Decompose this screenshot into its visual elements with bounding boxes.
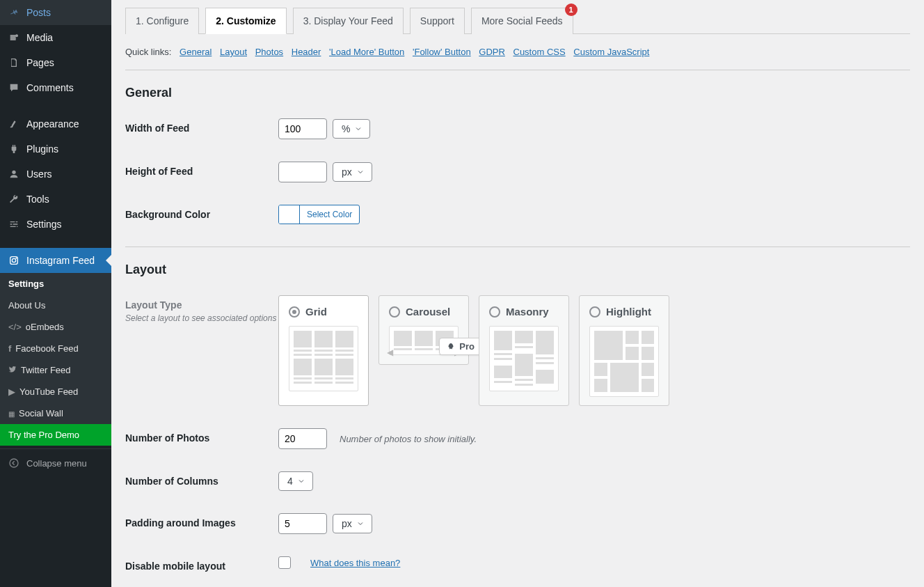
tab-support[interactable]: Support (410, 8, 465, 34)
label-num-columns: Number of Columns (125, 471, 278, 487)
code-icon: </> (8, 322, 22, 332)
sidebar-item-instagram-feed[interactable]: Instagram Feed (0, 248, 111, 273)
select-height-unit[interactable]: px (333, 162, 372, 182)
quicklink-custom-js[interactable]: Custom JavaScript (573, 47, 649, 57)
radio-highlight[interactable] (589, 306, 600, 318)
main-content: 1. Configure 2. Customize 3. Display You… (111, 0, 924, 587)
quicklink-follow[interactable]: 'Follow' Button (413, 47, 471, 57)
layout-option-grid[interactable]: Grid (278, 295, 369, 406)
tab-customize[interactable]: 2. Customize (205, 8, 286, 34)
input-height[interactable] (278, 162, 327, 182)
camera-icon (7, 253, 21, 267)
sidebar-item-label: Comments (26, 82, 74, 93)
link-what-does-this-mean[interactable]: What does this mean? (310, 558, 400, 568)
section-divider (125, 246, 910, 247)
label-height: Height of Feed (125, 162, 278, 177)
chevron-left-icon: ◀ (387, 347, 393, 357)
sidebar-item-label: Settings (26, 219, 62, 230)
preview-grid (289, 326, 358, 391)
chevron-down-icon (356, 519, 365, 528)
collapse-menu[interactable]: Collapse menu (0, 448, 111, 477)
radio-masonry[interactable] (489, 306, 500, 318)
submenu-item-settings[interactable]: Settings (0, 273, 111, 295)
sidebar-item-appearance[interactable]: Appearance (0, 111, 111, 136)
collapse-label: Collapse menu (26, 458, 87, 469)
sidebar-item-settings[interactable]: Settings (0, 212, 111, 237)
submenu-item-twitter-feed[interactable]: Twitter Feed (0, 359, 111, 381)
tab-badge: 1 (565, 3, 578, 16)
preview-highlight (589, 326, 659, 397)
sidebar-item-comments[interactable]: Comments (0, 75, 111, 100)
tab-more-social[interactable]: More Social Feeds 1 (471, 8, 573, 34)
quicklink-gdpr[interactable]: GDPR (479, 47, 505, 57)
quicklinks-label: Quick links: (125, 47, 171, 57)
select-padding-unit[interactable]: px (333, 514, 372, 533)
svg-point-0 (15, 34, 18, 37)
label-padding: Padding around Images (125, 513, 278, 529)
sidebar-item-media[interactable]: Media (0, 25, 111, 50)
submenu-item-facebook-feed[interactable]: fFacebook Feed (0, 338, 111, 359)
input-num-photos[interactable] (278, 428, 327, 449)
color-swatch (279, 205, 300, 224)
layout-option-label: Carousel (406, 306, 450, 318)
label-layout-type-sub: Select a layout to see associated option… (125, 313, 278, 323)
layout-option-label: Highlight (606, 306, 651, 318)
chevron-down-icon (297, 477, 305, 485)
input-padding[interactable] (278, 513, 327, 534)
quicklink-header[interactable]: Header (292, 47, 321, 57)
tabs: 1. Configure 2. Customize 3. Display You… (125, 7, 910, 34)
sidebar-submenu: Settings About Us </>oEmbeds fFacebook F… (0, 273, 111, 446)
sidebar-item-users[interactable]: Users (0, 162, 111, 187)
admin-sidebar: Posts Media Pages Comments Appearance Pl… (0, 0, 111, 587)
sidebar-item-label: Plugins (26, 143, 58, 155)
layout-option-masonry[interactable]: Masonry (479, 295, 569, 406)
submenu-item-youtube-feed[interactable]: ▶YouTube Feed (0, 381, 111, 402)
checkbox-disable-mobile[interactable] (278, 556, 291, 569)
sidebar-item-posts[interactable]: Posts (0, 0, 111, 25)
submenu-item-oembeds[interactable]: </>oEmbeds (0, 316, 111, 338)
section-title-layout: Layout (125, 263, 910, 277)
chevron-down-icon (354, 125, 363, 133)
quicklink-layout[interactable]: Layout (220, 47, 247, 57)
button-select-color[interactable]: Select Color (278, 205, 360, 224)
tab-display[interactable]: 3. Display Your Feed (293, 8, 404, 34)
quicklinks: Quick links: General Layout Photos Heade… (125, 42, 910, 70)
label-width: Width of Feed (125, 118, 278, 134)
radio-carousel[interactable] (389, 306, 400, 318)
collapse-icon (7, 456, 21, 470)
submenu-item-social-wall[interactable]: ▦Social Wall (0, 402, 111, 424)
media-icon (7, 31, 21, 45)
sidebar-item-label: Tools (26, 194, 49, 205)
tab-configure[interactable]: 1. Configure (125, 8, 199, 34)
pro-tag: Pro (439, 338, 482, 355)
layout-option-highlight[interactable]: Highlight (579, 295, 669, 406)
section-title-general: General (125, 86, 910, 100)
svg-point-5 (10, 459, 18, 467)
radio-grid[interactable] (289, 306, 300, 318)
sidebar-item-pages[interactable]: Pages (0, 50, 111, 75)
layout-options: Grid (278, 295, 669, 406)
submenu-item-try-pro[interactable]: Try the Pro Demo (0, 424, 111, 446)
sidebar-item-label: Appearance (26, 118, 79, 130)
select-width-unit[interactable]: % (333, 119, 370, 139)
sidebar-item-label: Media (26, 32, 53, 43)
quicklink-loadmore[interactable]: 'Load More' Button (329, 47, 404, 57)
sidebar-item-label: Posts (26, 7, 51, 18)
layout-option-carousel[interactable]: Carousel ◀ ▶ Pro (379, 295, 469, 365)
plug-icon (7, 142, 21, 156)
quicklink-photos[interactable]: Photos (255, 47, 283, 57)
sidebar-item-label: Pages (26, 57, 54, 68)
quicklink-custom-css[interactable]: Custom CSS (513, 47, 566, 57)
chevron-down-icon (356, 168, 365, 176)
brush-icon (7, 117, 21, 131)
sidebar-item-plugins[interactable]: Plugins (0, 136, 111, 162)
grid-icon: ▦ (8, 410, 15, 418)
quicklink-general[interactable]: General (180, 47, 212, 57)
wrench-icon (7, 192, 21, 206)
sidebar-item-label: Users (26, 169, 52, 180)
sidebar-item-tools[interactable]: Tools (0, 187, 111, 212)
submenu-item-about[interactable]: About Us (0, 295, 111, 316)
select-num-columns[interactable]: 4 (278, 471, 313, 491)
input-width[interactable] (278, 118, 327, 139)
youtube-icon: ▶ (8, 386, 15, 397)
